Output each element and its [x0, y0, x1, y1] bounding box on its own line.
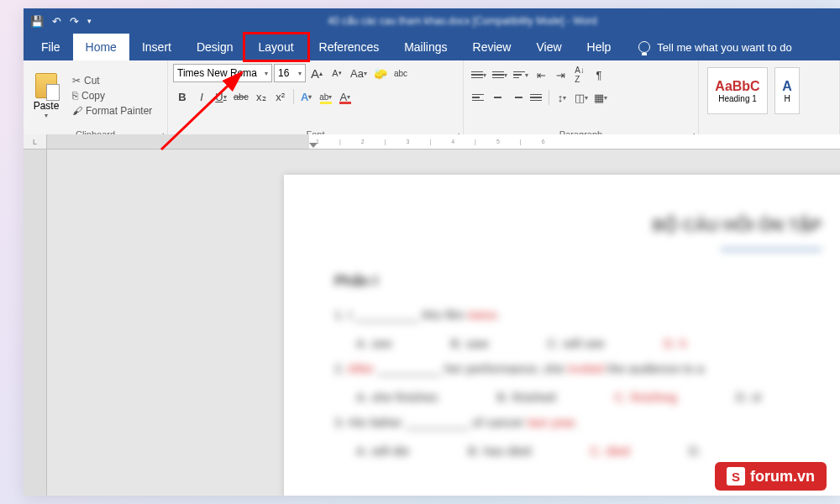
save-icon[interactable]: 💾 — [30, 15, 44, 28]
italic-button[interactable]: I — [192, 87, 211, 106]
separator — [293, 89, 294, 104]
change-case-button[interactable]: Aa▾ — [348, 64, 370, 82]
format-painter-button[interactable]: 🖌Format Painter — [69, 104, 155, 118]
group-paragraph: ▾ ▾ ▾ ⇤ ⇥ A↓Z ¶ ↕▾ ◫▾ ▦▾ — [464, 60, 699, 142]
paintbrush-icon: 🖌 — [72, 105, 82, 117]
lightbulb-icon — [638, 41, 650, 53]
superscript-button[interactable]: x² — [271, 87, 290, 106]
document-title: 40 cấu các cau tham khao.docx [Compatibi… — [92, 15, 833, 27]
style-heading1[interactable]: AaBbC Heading 1 — [707, 67, 768, 114]
style-label: Heading 1 — [718, 94, 757, 103]
subscript-button[interactable]: x₂ — [252, 87, 270, 106]
shading-button[interactable]: ◫▾ — [572, 88, 591, 107]
align-right-icon — [511, 94, 522, 102]
tab-help[interactable]: Help — [575, 34, 624, 60]
separator — [549, 90, 549, 105]
chevron-down-icon: ▾ — [298, 70, 302, 77]
paste-label: Paste — [34, 100, 60, 112]
align-center-button[interactable] — [488, 88, 507, 107]
align-left-button[interactable] — [469, 88, 487, 107]
scissors-icon: ✂ — [72, 75, 81, 87]
document-workspace: L 1|2|3|4|5|6 BỘ CÂU HỎI ÔN TẬP Phần I 1… — [24, 134, 840, 496]
chevron-down-icon: ▾ — [265, 70, 268, 77]
paste-icon — [35, 73, 57, 98]
multilevel-icon — [513, 71, 525, 79]
align-center-icon — [491, 94, 503, 102]
align-left-icon — [472, 94, 484, 102]
copy-label: Copy — [81, 90, 105, 102]
ribbon: Paste ▾ ✂Cut ⎘Copy 🖌Format Painter Clipb… — [24, 60, 840, 143]
increase-indent-button[interactable]: ⇥ — [551, 66, 570, 84]
undo-icon[interactable]: ↶ — [52, 15, 61, 28]
tab-insert[interactable]: Insert — [129, 34, 184, 60]
horizontal-ruler[interactable]: 1|2|3|4|5|6 — [47, 134, 840, 150]
style-label: H — [784, 94, 790, 103]
chevron-down-icon: ▾ — [45, 112, 48, 119]
numbering-icon — [492, 71, 504, 79]
copy-button[interactable]: ⎘Copy — [69, 89, 155, 102]
group-font: Times New Roma▾ 16▾ A▴ A▾ Aa▾ 🧽 abc B I … — [168, 60, 464, 142]
tell-me-search[interactable]: Tell me what you want to do — [638, 34, 791, 60]
text-effects-button[interactable]: A▾ — [297, 87, 316, 106]
align-right-button[interactable] — [507, 88, 526, 107]
group-clipboard: Paste ▾ ✂Cut ⎘Copy 🖌Format Painter Clipb… — [24, 60, 168, 142]
copy-icon: ⎘ — [72, 90, 78, 102]
cut-label: Cut — [84, 75, 100, 87]
shrink-font-button[interactable]: A▾ — [328, 64, 346, 82]
tab-layout[interactable]: Layout — [246, 34, 307, 60]
line-spacing-button[interactable]: ↕▾ — [553, 88, 571, 107]
font-size-value: 16 — [278, 67, 289, 79]
watermark-logo-icon: S — [727, 467, 745, 486]
bold-button[interactable]: B — [173, 87, 192, 106]
cut-button[interactable]: ✂Cut — [69, 74, 155, 87]
style-heading2[interactable]: A H — [774, 67, 800, 114]
bullets-button[interactable]: ▾ — [469, 66, 489, 84]
tab-references[interactable]: References — [307, 34, 392, 60]
tab-design[interactable]: Design — [184, 34, 246, 60]
multilevel-list-button[interactable]: ▾ — [511, 66, 531, 84]
indent-marker-icon[interactable] — [309, 143, 318, 148]
font-name-input[interactable]: Times New Roma▾ — [173, 64, 272, 82]
document-page[interactable]: BỘ CÂU HỎI ÔN TẬP Phần I 1. I _________ … — [284, 175, 840, 496]
ruler-corner[interactable]: L — [24, 134, 47, 150]
quick-access-toolbar: 💾 ↶ ↷ ▾ — [30, 15, 92, 28]
borders-button[interactable]: ▦▾ — [591, 88, 610, 107]
font-size-input[interactable]: 16▾ — [274, 64, 306, 82]
sort-button[interactable]: A↓Z — [570, 66, 589, 84]
clear-formatting-button[interactable]: 🧽 — [371, 64, 390, 82]
watermark-badge: S forum.vn — [715, 462, 827, 491]
style-preview-text: A — [782, 79, 792, 94]
title-bar: 💾 ↶ ↷ ▾ 40 cấu các cau tham khao.docx [C… — [24, 8, 840, 34]
strikethrough-button[interactable]: abc — [231, 87, 251, 106]
decrease-indent-button[interactable]: ⇤ — [532, 66, 550, 84]
document-content-blurred: BỘ CÂU HỎI ÔN TẬP Phần I 1. I _________ … — [334, 208, 822, 464]
highlight-button[interactable]: ab▾ — [317, 87, 335, 106]
group-styles: AaBbC Heading 1 A H — [699, 60, 840, 142]
numbering-button[interactable]: ▾ — [490, 66, 510, 84]
font-name-value: Times New Roma — [177, 67, 257, 79]
style-preview-text: AaBbC — [715, 79, 759, 94]
show-hide-button[interactable]: ¶ — [590, 66, 608, 84]
justify-icon — [530, 94, 542, 102]
paste-button[interactable]: Paste ▾ — [29, 64, 64, 128]
tab-view[interactable]: View — [523, 34, 574, 60]
tab-review[interactable]: Review — [460, 34, 524, 60]
phonetic-guide-button[interactable]: abc — [391, 64, 410, 82]
tell-me-label: Tell me what you want to do — [657, 41, 791, 54]
format-painter-label: Format Painter — [86, 105, 152, 117]
justify-button[interactable] — [527, 88, 545, 107]
watermark-text: forum.vn — [750, 468, 815, 486]
vertical-ruler[interactable] — [24, 150, 47, 496]
font-color-button[interactable]: A▾ — [336, 87, 354, 106]
tab-layout-label: Layout — [259, 40, 294, 54]
tab-mailings[interactable]: Mailings — [391, 34, 459, 60]
tab-home[interactable]: Home — [73, 34, 129, 60]
ribbon-tabs: File Home Insert Design Layout Reference… — [24, 34, 840, 60]
grow-font-button[interactable]: A▴ — [307, 64, 326, 82]
tab-file[interactable]: File — [29, 34, 73, 60]
bullets-icon — [471, 71, 483, 79]
redo-icon[interactable]: ↷ — [70, 15, 79, 28]
underline-button[interactable]: U▾ — [212, 87, 230, 106]
